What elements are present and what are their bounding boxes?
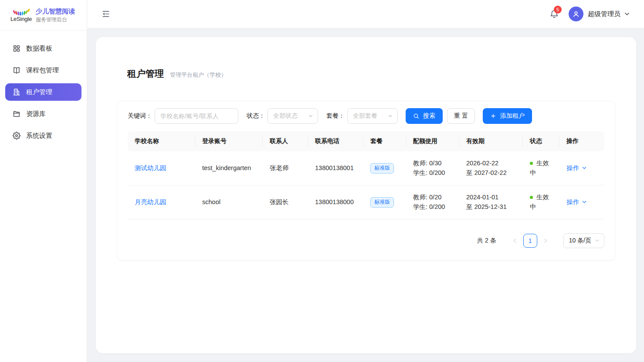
brand-block: LeSingle 少儿智慧阅读 服务管理后台 bbox=[0, 0, 87, 31]
add-tenant-button[interactable]: 添加租户 bbox=[483, 108, 532, 124]
package-badge: 标准版 bbox=[370, 197, 394, 208]
gear-icon bbox=[13, 132, 20, 140]
search-button-label: 搜索 bbox=[423, 112, 435, 120]
chevron-down-icon bbox=[308, 113, 313, 119]
quota-student: 学生: 0/200 bbox=[413, 202, 452, 212]
keyword-input[interactable] bbox=[155, 108, 238, 124]
pagination-page-1[interactable]: 1 bbox=[523, 234, 537, 248]
valid-from: 2026-02-22 bbox=[466, 158, 516, 168]
col-actions: 操作 bbox=[559, 131, 604, 151]
col-quota: 配额使用 bbox=[406, 131, 459, 151]
plus-icon bbox=[490, 113, 496, 119]
school-name-link[interactable]: 测试幼儿园 bbox=[135, 164, 166, 171]
status-badge: 生效中 bbox=[530, 160, 549, 176]
tenant-panel: 关键词： 状态： 全部状态 套餐： 全部套餐 bbox=[117, 101, 615, 261]
row-action-link[interactable]: 操作 bbox=[566, 198, 579, 205]
col-school-name: 学校名称 bbox=[128, 131, 195, 151]
avatar[interactable] bbox=[569, 7, 583, 21]
page-card: 租户管理 管理平台租户（学校） 关键词： 状态： 全部状态 套餐： bbox=[96, 37, 636, 353]
page-size-value: 10 条/页 bbox=[569, 237, 591, 245]
account-cell: school bbox=[195, 185, 263, 219]
sidebar-item-course-packages[interactable]: 课程包管理 bbox=[5, 61, 81, 79]
filter-bar: 关键词： 状态： 全部状态 套餐： 全部套餐 bbox=[128, 108, 604, 124]
pagination-total: 共 2 条 bbox=[477, 237, 496, 245]
logo-wordmark: LeSingle bbox=[10, 16, 32, 22]
user-icon bbox=[572, 10, 580, 18]
school-name-link[interactable]: 月亮幼儿园 bbox=[135, 198, 166, 205]
package-select[interactable]: 全部套餐 bbox=[347, 108, 398, 124]
col-validity: 有效期 bbox=[459, 131, 523, 151]
chevron-down-icon[interactable] bbox=[582, 199, 587, 205]
page-subtitle: 管理平台租户（学校） bbox=[170, 71, 227, 79]
validity-cell: 2024-01-01 至 2025-12-31 bbox=[459, 185, 523, 219]
main-content: 租户管理 管理平台租户（学校） 关键词： 状态： 全部状态 套餐： bbox=[87, 28, 644, 362]
sidebar-menu: 数据看板 课程包管理 租户管理 资源库 系统设置 bbox=[0, 31, 87, 158]
app-root: LeSingle 少儿智慧阅读 服务管理后台 数据看板 课程包管理 租户管理 bbox=[0, 0, 644, 362]
account-cell: test_kindergarten bbox=[195, 151, 263, 185]
search-button[interactable]: 搜索 bbox=[406, 108, 443, 124]
table-row: 测试幼儿园 test_kindergarten 张老师 13800138001 … bbox=[128, 151, 604, 185]
validity-cell: 2026-02-22 至 2027-02-22 bbox=[459, 151, 523, 185]
col-account: 登录账号 bbox=[195, 131, 263, 151]
chevron-down-icon[interactable] bbox=[582, 165, 587, 171]
brand-subtitle: 服务管理后台 bbox=[36, 16, 75, 23]
tenant-table: 学校名称 登录账号 联系人 联系电话 套餐 配额使用 有效期 状态 操作 bbox=[128, 131, 604, 219]
user-name[interactable]: 超级管理员 bbox=[588, 10, 620, 18]
actions-cell: 操作 bbox=[559, 151, 604, 185]
quota-teacher: 教师: 0/30 bbox=[413, 158, 452, 168]
phone-cell: 13800138001 bbox=[308, 151, 363, 185]
building-icon bbox=[13, 88, 20, 96]
col-package: 套餐 bbox=[363, 131, 406, 151]
sidebar-item-label: 租户管理 bbox=[26, 88, 52, 96]
col-contact: 联系人 bbox=[263, 131, 308, 151]
col-phone: 联系电话 bbox=[308, 131, 363, 151]
valid-to: 至 2027-02-22 bbox=[466, 168, 516, 178]
package-badge: 标准版 bbox=[370, 163, 394, 174]
sidebar-item-system-settings[interactable]: 系统设置 bbox=[5, 127, 81, 144]
brand-text: 少儿智慧阅读 服务管理后台 bbox=[36, 7, 75, 23]
page-head: 租户管理 管理平台租户（学校） bbox=[127, 68, 615, 80]
page-size-select[interactable]: 10 条/页 bbox=[563, 233, 604, 248]
notification-bell[interactable]: 5 bbox=[549, 9, 559, 19]
menu-fold-icon[interactable] bbox=[102, 10, 110, 18]
chevron-down-icon bbox=[595, 238, 600, 243]
search-icon bbox=[413, 113, 419, 119]
reset-button-label: 重 置 bbox=[454, 112, 468, 120]
sidebar-item-tenant-management[interactable]: 租户管理 bbox=[5, 83, 81, 101]
quota-teacher: 教师: 0/20 bbox=[413, 192, 452, 202]
valid-to: 至 2025-12-31 bbox=[466, 202, 516, 212]
chevron-left-icon[interactable] bbox=[512, 238, 518, 244]
reset-button[interactable]: 重 置 bbox=[447, 108, 475, 124]
table-row: 月亮幼儿园 school 张园长 13800138000 标准版 教师: 0/2… bbox=[128, 185, 604, 219]
notification-badge: 5 bbox=[554, 6, 562, 14]
lesingle-logo: LeSingle bbox=[10, 8, 32, 22]
sidebar-item-dashboard[interactable]: 数据看板 bbox=[5, 40, 81, 57]
logo-bars-icon bbox=[12, 8, 31, 16]
folder-icon bbox=[13, 110, 20, 118]
quota-cell: 教师: 0/30 学生: 0/200 bbox=[406, 151, 459, 185]
status-dot-icon bbox=[530, 162, 533, 165]
sidebar-item-label: 资源库 bbox=[26, 110, 46, 118]
status-select[interactable]: 全部状态 bbox=[268, 108, 318, 124]
status-cell: 生效中 bbox=[523, 185, 559, 219]
row-action-link[interactable]: 操作 bbox=[566, 164, 579, 171]
status-dot-icon bbox=[530, 196, 533, 199]
pagination: 共 2 条 1 10 条/页 bbox=[128, 219, 604, 248]
actions-cell: 操作 bbox=[559, 185, 604, 219]
status-cell: 生效中 bbox=[523, 151, 559, 185]
brand-title: 少儿智慧阅读 bbox=[36, 7, 75, 16]
add-tenant-button-label: 添加租户 bbox=[500, 112, 525, 120]
status-select-value: 全部状态 bbox=[273, 112, 298, 120]
chevron-right-icon[interactable] bbox=[542, 238, 549, 244]
contact-cell: 张老师 bbox=[263, 151, 308, 185]
sidebar-item-resource-library[interactable]: 资源库 bbox=[5, 105, 81, 123]
chevron-down-icon bbox=[388, 113, 393, 119]
topbar-right: 5 超级管理员 bbox=[549, 7, 630, 21]
table-header-row: 学校名称 登录账号 联系人 联系电话 套餐 配额使用 有效期 状态 操作 bbox=[128, 131, 604, 151]
keyword-label: 关键词： bbox=[128, 112, 152, 120]
quota-cell: 教师: 0/20 学生: 0/200 bbox=[406, 185, 459, 219]
valid-from: 2024-01-01 bbox=[466, 192, 516, 202]
status-label: 状态： bbox=[247, 112, 265, 120]
quota-student: 学生: 0/200 bbox=[413, 168, 452, 178]
chevron-down-icon[interactable] bbox=[624, 11, 630, 17]
